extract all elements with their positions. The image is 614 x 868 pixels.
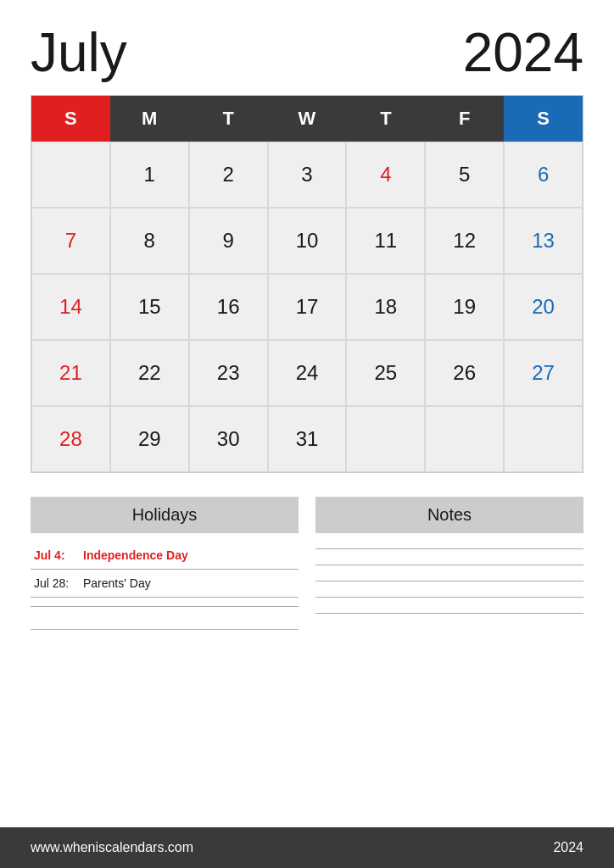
calendar-cell: 7 <box>31 208 110 274</box>
note-line-4 <box>315 597 583 598</box>
holidays-section: Holidays Jul 4: Independence Day Jul 28:… <box>31 497 299 630</box>
calendar-cell: 24 <box>268 340 347 406</box>
calendar-cell: 18 <box>346 274 425 340</box>
day-header-sunday: S <box>31 96 110 142</box>
day-header-fri: F <box>425 96 504 142</box>
footer-year: 2024 <box>553 840 583 855</box>
calendar: S M T W T F S 12345678910111213141516171… <box>31 95 583 473</box>
calendar-cell: 1 <box>110 142 189 208</box>
calendar-cell: 6 <box>504 142 583 208</box>
calendar-cell: 17 <box>268 274 347 340</box>
footer: www.wheniscalendars.com 2024 <box>0 827 614 868</box>
calendar-cell: 22 <box>110 340 189 406</box>
calendar-grid: 1234567891011121314151617181920212223242… <box>31 142 583 472</box>
calendar-cell: 12 <box>425 208 504 274</box>
calendar-page: July 2024 S M T W T F S 1234567891011121… <box>0 0 614 868</box>
holiday-item-2: Jul 28: Parents' Day <box>31 570 299 598</box>
day-header-mon: M <box>110 96 189 142</box>
note-line-1 <box>315 548 583 549</box>
calendar-cell: 4 <box>346 142 425 208</box>
holiday-date-2: Jul 28: <box>34 576 75 590</box>
calendar-cell <box>346 406 425 472</box>
note-line-2 <box>315 565 583 565</box>
calendar-cell: 3 <box>268 142 347 208</box>
calendar-cell: 28 <box>31 406 110 472</box>
calendar-cell: 25 <box>346 340 425 406</box>
calendar-cell: 19 <box>425 274 504 340</box>
calendar-cell: 23 <box>189 340 268 406</box>
holidays-header: Holidays <box>31 497 299 533</box>
calendar-cell: 2 <box>189 142 268 208</box>
calendar-cell <box>425 406 504 472</box>
calendar-cell: 30 <box>189 406 268 472</box>
calendar-cell: 20 <box>504 274 583 340</box>
notes-header: Notes <box>315 497 583 533</box>
calendar-cell <box>504 406 583 472</box>
calendar-cell: 26 <box>425 340 504 406</box>
day-header-saturday: S <box>504 96 583 142</box>
header: July 2024 <box>31 25 583 80</box>
calendar-cell: 10 <box>268 208 347 274</box>
day-header-thu: T <box>346 96 425 142</box>
calendar-cell: 16 <box>189 274 268 340</box>
footer-url: www.wheniscalendars.com <box>31 840 193 855</box>
holiday-name-2: Parents' Day <box>83 576 151 590</box>
calendar-cell: 13 <box>504 208 583 274</box>
calendar-cell: 9 <box>189 208 268 274</box>
day-header-tue: T <box>189 96 268 142</box>
calendar-cell: 15 <box>110 274 189 340</box>
calendar-cell: 21 <box>31 340 110 406</box>
calendar-cell: 27 <box>504 340 583 406</box>
calendar-cell: 29 <box>110 406 189 472</box>
note-line-3 <box>315 581 583 581</box>
calendar-cell: 5 <box>425 142 504 208</box>
note-line-5 <box>315 613 583 614</box>
calendar-cell: 8 <box>110 208 189 274</box>
holiday-item-1: Jul 4: Independence Day <box>31 542 299 570</box>
calendar-cell: 11 <box>346 208 425 274</box>
calendar-cell: 31 <box>268 406 347 472</box>
day-headers: S M T W T F S <box>31 96 583 142</box>
year-title: 2024 <box>463 25 583 80</box>
day-header-wed: W <box>268 96 347 142</box>
calendar-cell <box>31 142 110 208</box>
holiday-date-1: Jul 4: <box>34 548 75 562</box>
bottom-section: Holidays Jul 4: Independence Day Jul 28:… <box>31 497 583 681</box>
holiday-name-1: Independence Day <box>83 548 188 562</box>
calendar-cell: 14 <box>31 274 110 340</box>
month-title: July <box>31 25 127 80</box>
notes-section: Notes <box>315 497 583 630</box>
